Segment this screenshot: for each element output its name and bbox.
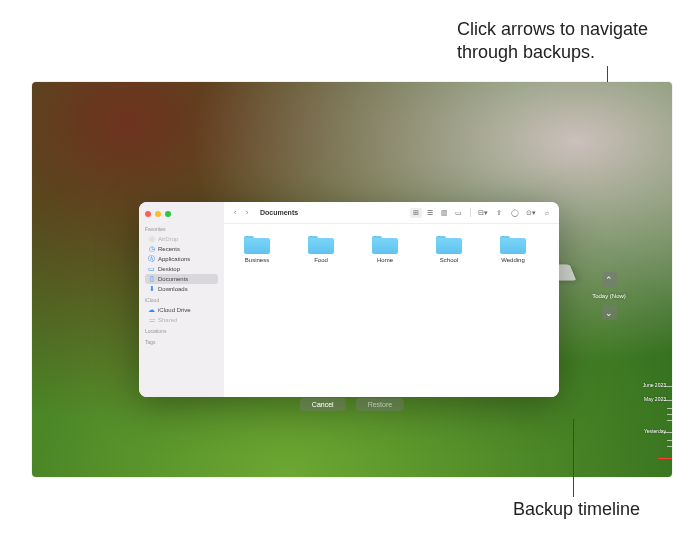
backup-nav-arrows: ⌃ Today (Now) ⌄ [601,272,617,320]
minimize-icon[interactable] [155,211,161,217]
finder-toolbar: ‹ › Documents ⊞ ☰ ▥ ▭ ⊟▾ ⇪ ◯ ⊙▾ ⌕ [224,202,559,224]
folder-icon [372,234,398,254]
file-grid: Business Food Home School Wedding [224,224,559,397]
time-machine-screenshot: Favorites ◎AirDrop ◷Recents ⒶApplication… [32,82,672,477]
sidebar-item-icloud-drive[interactable]: ☁iCloud Drive [145,305,218,315]
sidebar-item-applications[interactable]: ⒶApplications [145,254,218,264]
cancel-button[interactable]: Cancel [300,398,346,411]
back-button[interactable]: ‹ [230,208,240,218]
folder-item[interactable]: Wedding [492,234,534,263]
timeline-now-marker [658,458,672,459]
sidebar-item-shared[interactable]: ⚍Shared [145,315,218,325]
view-list-icon[interactable]: ☰ [424,208,436,218]
folder-icon [436,234,462,254]
share-icon[interactable]: ⇪ [493,208,505,218]
folder-icon [244,234,270,254]
finder-main: ‹ › Documents ⊞ ☰ ▥ ▭ ⊟▾ ⇪ ◯ ⊙▾ ⌕ Busine… [224,202,559,397]
sidebar-item-airdrop[interactable]: ◎AirDrop [145,234,218,244]
folder-icon [308,234,334,254]
folder-item[interactable]: Home [364,234,406,263]
view-column-icon[interactable]: ▥ [438,208,450,218]
sidebar-item-recents[interactable]: ◷Recents [145,244,218,254]
folder-item[interactable]: Business [236,234,278,263]
finder-sidebar: Favorites ◎AirDrop ◷Recents ⒶApplication… [139,202,224,397]
sidebar-group-icloud: iCloud [145,297,218,303]
action-menu-icon[interactable]: ⊙▾ [525,208,537,218]
finder-window: Favorites ◎AirDrop ◷Recents ⒶApplication… [139,202,559,397]
tags-icon[interactable]: ◯ [509,208,521,218]
forward-button[interactable]: › [242,208,252,218]
sidebar-group-locations: Locations [145,328,218,334]
view-grid-icon[interactable]: ⊞ [410,208,422,218]
nav-up-button[interactable]: ⌃ [602,272,617,287]
desktop-icon: ▭ [148,266,155,273]
download-icon: ⬇ [148,286,155,293]
view-gallery-icon[interactable]: ▭ [452,208,464,218]
backup-timeline[interactable]: June 2023 May 2023 Yesterday [636,382,672,472]
folder-item[interactable]: School [428,234,470,263]
action-bar: Cancel Restore [300,398,404,411]
group-menu-icon[interactable]: ⊟▾ [477,208,489,218]
shared-icon: ⚍ [148,317,155,324]
sidebar-item-documents[interactable]: ▯Documents [145,274,218,284]
sidebar-group-favorites: Favorites [145,226,218,232]
window-title: Documents [260,209,298,216]
clock-icon: ◷ [148,246,155,253]
cloud-icon: ☁ [148,307,155,314]
search-icon[interactable]: ⌕ [541,208,553,218]
folder-item[interactable]: Food [300,234,342,263]
sidebar-group-tags: Tags [145,339,218,345]
folder-icon [500,234,526,254]
close-icon[interactable] [145,211,151,217]
sidebar-item-downloads[interactable]: ⬇Downloads [145,284,218,294]
doc-icon: ▯ [148,276,155,283]
window-controls[interactable] [139,206,224,223]
restore-button[interactable]: Restore [356,398,405,411]
sidebar-item-desktop[interactable]: ▭Desktop [145,264,218,274]
airdrop-icon: ◎ [148,236,155,243]
nav-down-button[interactable]: ⌄ [602,305,617,320]
annotation-timeline: Backup timeline [513,499,640,520]
leader-line [573,419,574,497]
backup-time-label: Today (Now) [592,293,626,299]
annotation-nav-arrows: Click arrows to navigate through backups… [457,18,648,65]
view-switcher[interactable]: ⊞ ☰ ▥ ▭ [410,208,464,218]
app-icon: Ⓐ [148,256,155,263]
zoom-icon[interactable] [165,211,171,217]
